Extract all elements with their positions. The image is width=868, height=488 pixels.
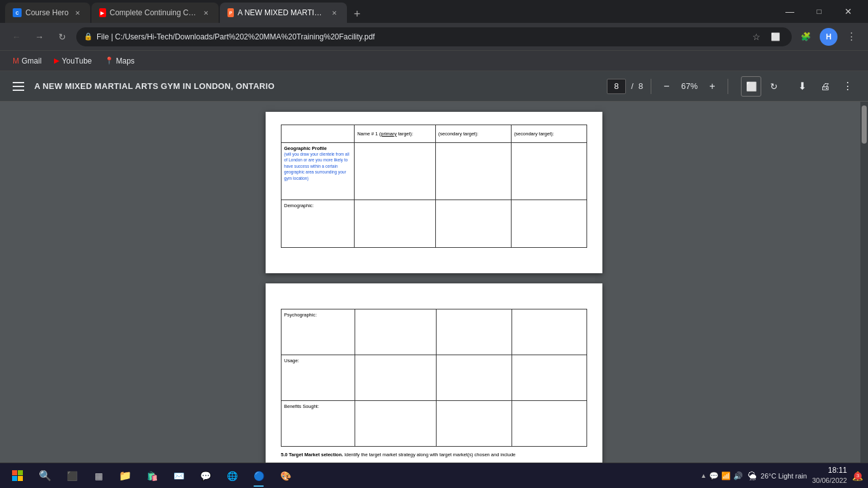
divider2 [728, 79, 728, 94]
maps-favicon: 📍 [105, 57, 114, 65]
teams-icon: 💬 [200, 471, 211, 481]
search-taskbar-button[interactable]: 🔍 [33, 464, 57, 488]
title-bar: C Course Hero ✕ ▶ Complete Continuing Ca… [0, 0, 868, 23]
col1-header: Name # 1 (primary target): [357, 131, 413, 137]
col3-header: (secondary target): [514, 131, 554, 137]
clock-area[interactable]: 18:11 30/06/2022 [812, 465, 847, 485]
taskbar-microsoft-store[interactable]: 🛍️ [140, 464, 164, 488]
geographic-label: Geographic Profile [284, 146, 327, 151]
taskbar-teams[interactable]: 💬 [193, 464, 217, 488]
task-view-icon: ⬛ [67, 471, 78, 481]
col2-header: (secondary target): [438, 131, 478, 137]
notification-count: 3 [854, 472, 862, 480]
notification-area[interactable]: 🔔 3 [852, 471, 863, 481]
profile-icon[interactable]: H [820, 28, 837, 46]
svg-rect-1 [18, 470, 23, 475]
taskbar-mail[interactable]: ✉️ [166, 464, 191, 488]
rotate-button[interactable]: ↻ [764, 76, 784, 97]
up-arrow-icon[interactable]: ▲ [700, 472, 707, 479]
settings-icon[interactable]: ⋮ [843, 28, 860, 46]
reload-button[interactable]: ↻ [53, 28, 71, 46]
cast-icon[interactable]: ⬜ [766, 28, 784, 46]
tab3-close[interactable]: ✕ [329, 8, 339, 18]
new-tab-button[interactable]: + [348, 5, 366, 23]
print-button[interactable]: 🖨 [815, 76, 835, 97]
page-number-input[interactable] [607, 79, 626, 94]
clock-date: 30/06/2022 [812, 476, 847, 485]
section-5-note: Identify the target market strategy alon… [344, 452, 515, 458]
address-bar: ← → ↻ 🔒 File | C:/Users/Hi-Tech/Download… [0, 23, 868, 51]
demographic-label: Demographic: [284, 203, 314, 208]
start-button[interactable] [5, 463, 31, 489]
minimize-btn[interactable]: — [775, 3, 804, 20]
tab1-close[interactable]: ✕ [72, 8, 83, 18]
gmail-favicon: M [13, 57, 19, 65]
taskbar-right-area: ▲ 💬 📶 🔊 🌦 26°C Light rain 18:11 30/06/20… [700, 465, 863, 485]
bookmark-star-icon[interactable]: ☆ [747, 28, 765, 46]
window-controls: — □ ✕ [775, 3, 863, 20]
psychographic-label: Psychographic: [284, 312, 316, 318]
svg-rect-0 [12, 470, 17, 475]
color-icon: 🎨 [280, 471, 291, 481]
zoom-level: 67% [678, 81, 701, 91]
taskbar-edge[interactable]: 🌐 [220, 464, 244, 488]
pdf-page-bottom: Psychographic: Usage: [266, 283, 602, 463]
divider1 [651, 79, 651, 94]
close-btn[interactable]: ✕ [834, 3, 863, 20]
weather-icon: 🌦 [748, 471, 757, 481]
bookmark-youtube[interactable]: ▶ YouTube [49, 55, 97, 67]
taskbar-app-color[interactable]: 🎨 [273, 464, 297, 488]
weather-text: 26°C Light rain [761, 472, 807, 480]
volume-icon[interactable]: 🔊 [733, 471, 743, 480]
search-icon: 🔍 [39, 470, 51, 482]
secure-icon: 🔒 [84, 32, 93, 41]
widgets-icon: ▦ [95, 471, 103, 481]
scrollbar[interactable] [860, 102, 868, 463]
bookmark-maps[interactable]: 📍 Maps [100, 55, 140, 67]
taskbar-chrome[interactable]: 🔵 [247, 464, 271, 488]
restore-btn[interactable]: □ [804, 3, 834, 20]
svg-rect-3 [18, 476, 23, 481]
bookmark-gmail[interactable]: M Gmail [8, 55, 46, 67]
taskbar-file-explorer[interactable]: 📁 [113, 464, 137, 488]
tab-bar: C Course Hero ✕ ▶ Complete Continuing Ca… [5, 0, 366, 23]
forward-button[interactable]: → [31, 28, 48, 46]
hamburger-line1 [13, 82, 24, 83]
tab3-favicon: P [227, 8, 234, 17]
tab2-close[interactable]: ✕ [201, 8, 211, 18]
zoom-in-button[interactable]: + [705, 79, 720, 94]
scrollbar-thumb[interactable] [862, 105, 867, 144]
chat-icon[interactable]: 💬 [709, 471, 719, 480]
taskbar: 🔍 ⬛ ▦ 📁 🛍️ ✉️ 💬 🌐 🔵 🎨 ▲ 💬 📶 🔊 🌦 26°C Lig [0, 463, 868, 488]
more-options-button[interactable]: ⋮ [837, 76, 858, 97]
clock-time: 18:11 [812, 465, 847, 476]
tab1-favicon: C [13, 8, 22, 17]
target-market-table-bottom: Psychographic: Usage: [281, 309, 587, 447]
download-button[interactable]: ⬇ [792, 76, 812, 97]
tab1-title: Course Hero [25, 8, 69, 17]
tab2-title: Complete Continuing Case Stud… [110, 8, 198, 17]
tab-course-hero[interactable]: C Course Hero ✕ [5, 3, 90, 23]
task-view-button[interactable]: ⬛ [60, 464, 84, 488]
zoom-controls: − 67% + [659, 79, 720, 94]
address-field[interactable]: 🔒 File | C:/Users/Hi-Tech/Downloads/Part… [76, 27, 792, 46]
back-button[interactable]: ← [8, 28, 25, 46]
svg-rect-2 [12, 476, 17, 481]
windows-logo [12, 470, 24, 482]
target-market-table-top: Name # 1 (primary target): (secondary ta… [281, 125, 587, 248]
zoom-out-button[interactable]: − [659, 79, 674, 94]
taskbar-widgets-button[interactable]: ▦ [86, 464, 111, 488]
address-text: File | C:/Users/Hi-Tech/Downloads/Part%2… [97, 32, 375, 41]
maps-label: Maps [116, 57, 135, 65]
youtube-favicon: ▶ [54, 57, 59, 65]
pdf-view-tools: ⬜ ↻ [741, 76, 784, 97]
tab-pdf[interactable]: P A NEW MIXED MARTIAL ARTS G… ✕ [220, 3, 347, 23]
fit-page-button[interactable]: ⬜ [741, 76, 761, 97]
menu-button[interactable] [10, 79, 27, 93]
network-icon[interactable]: 📶 [721, 471, 731, 480]
tab2-favicon: ▶ [99, 8, 106, 17]
tab-complete-case[interactable]: ▶ Complete Continuing Case Stud… ✕ [92, 3, 219, 23]
section-5-text: 5.0 Target Market selection. Identify th… [281, 452, 587, 459]
mail-icon: ✉️ [173, 471, 184, 481]
extensions-icon[interactable]: 🧩 [797, 28, 815, 46]
